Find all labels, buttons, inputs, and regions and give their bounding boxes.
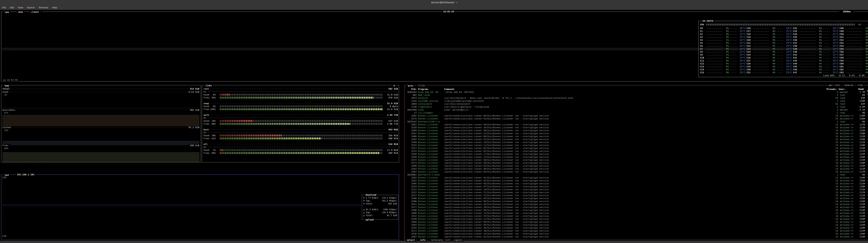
process-row[interactable]: 2508 Runner.Listener /work/runners/actio… — [406, 200, 868, 203]
process-row[interactable]: 2503 Runner.Listener /work/runners/actio… — [406, 223, 868, 226]
footer-select[interactable]: select ↕ — [406, 239, 418, 241]
refresh-decrease-button[interactable]: - — [839, 10, 840, 13]
process-row[interactable]: 2532 Runner.Listener /work/runners/actio… — [406, 215, 868, 217]
core-usage-graph — [799, 40, 816, 41]
menu-edit[interactable]: Edit — [10, 6, 14, 9]
process-row[interactable]: 2547 Runner.Listener /work/runners/actio… — [406, 132, 868, 135]
process-row[interactable]: 2530 Runner.Listener /work/runners/actio… — [406, 217, 868, 220]
sort-prev-icon[interactable]: < — [867, 84, 868, 86]
menu-view[interactable]: View — [18, 6, 23, 9]
process-row[interactable]: 2577 Runner.Listener /work/runners/actio… — [406, 206, 868, 209]
core-percent: 0% — [863, 59, 868, 62]
menu-search[interactable]: Search — [27, 6, 35, 9]
footer-terminate[interactable]: terminate — [430, 239, 444, 241]
process-row[interactable]: 2572 Runner.Listener /work/runners/actio… — [406, 158, 868, 161]
core-percent: 0% — [723, 48, 729, 50]
process-row[interactable]: 2543 Runner.Listener /work/runners/actio… — [406, 167, 868, 170]
process-row[interactable]: 1969 containerd /usr/bin/containerd 52 r… — [406, 102, 868, 105]
process-row[interactable]: 2573 Runner.Listener /work/runners/actio… — [406, 161, 868, 164]
process-row[interactable]: 1736 irqbalance /usr/sbin/irqbalance --f… — [406, 105, 868, 108]
process-row[interactable]: 982 md0_raid1 1 root 0B 0.0 — [406, 94, 868, 96]
header-user[interactable]: User: — [839, 88, 855, 91]
process-row[interactable]: 3662908 sshd sshd: werner@pts/1 1 werner… — [406, 108, 868, 111]
process-row[interactable]: 2507 Runner.Listener /work/runners/actio… — [406, 170, 868, 173]
process-row[interactable]: 2520 Runner.Listener /work/runners/actio… — [406, 126, 868, 129]
refresh-increase-button[interactable]: + — [853, 10, 855, 13]
footer-signals[interactable]: signals — [452, 239, 464, 241]
process-row[interactable]: 2587 Runner.Listener /work/runners/actio… — [406, 138, 868, 141]
process-row[interactable]: 2552 Runner.Listener /work/runners/actio… — [406, 179, 868, 182]
cpu-core-row: C58 0% 23°C — [839, 56, 868, 59]
process-row[interactable]: 2521 Runner.Listener /work/runners/actio… — [406, 188, 868, 191]
menu-file[interactable]: File — [2, 6, 6, 9]
net-stat-value: (91.5 Mibps) — [382, 200, 397, 202]
process-row[interactable]: 2550 Runner.Listener /work/runners/actio… — [406, 153, 868, 155]
network-interface-ip[interactable]: 192.168.1.101 — [16, 173, 35, 176]
process-row[interactable]: 2524 Runner.Listener /work/runners/actio… — [406, 185, 868, 188]
process-row[interactable]: 2496 Runner.Listener /work/runners/actio… — [406, 135, 868, 138]
proc-reverse-toggle[interactable]: reverse — [843, 84, 854, 87]
header-threads[interactable]: Threads: — [825, 88, 837, 91]
process-row[interactable]: 2590 Runner.Listener /work/runners/actio… — [406, 164, 868, 167]
process-row[interactable]: 2528 Runner.Listener /work/runners/actio… — [406, 155, 868, 158]
process-mem: 112M — [856, 182, 865, 185]
process-row[interactable]: 2498 Runner.Listener /work/runners/actio… — [406, 212, 868, 215]
process-row[interactable]: 1155 systemd-journal /lib/systemd/system… — [406, 99, 868, 102]
process-row[interactable]: 2555 Runner.Listener /work/runners/actio… — [406, 226, 868, 229]
process-row[interactable]: 2522 Runner.Listener /work/runners/actio… — [406, 191, 868, 194]
process-row[interactable]: 2549 Runner.Listener /work/runners/actio… — [406, 141, 868, 144]
process-row[interactable]: 2505 Runner.Listener /work/runners/actio… — [406, 182, 868, 185]
process-row[interactable]: 2581 Runner.Listener /work/runners/actio… — [406, 123, 868, 126]
process-row[interactable]: 2586 Runner.Listener /work/runners/actio… — [406, 209, 868, 212]
process-row[interactable]: 17 rcu_preempt 1 root 0B 0.0 — [406, 111, 868, 114]
process-row[interactable]: 3629242 kworker/u128:1-e 1 root 0B 0.0 — [406, 120, 868, 123]
process-row[interactable]: 2517 Runner.Listener /work/runners/actio… — [406, 147, 868, 150]
process-row[interactable]: 2569 Runner.Listener /work/runners/actio… — [406, 129, 868, 132]
header-pid[interactable]: Pid: — [406, 88, 416, 91]
process-command: /work/runners/actions-runner-55/bin/Runn… — [444, 117, 826, 120]
process-pid: 2574 — [406, 150, 416, 153]
footer-kill[interactable]: kill — [444, 239, 452, 241]
process-row[interactable]: 3689164 btop-x86_64--85 ./btop-x86_64--8… — [406, 91, 868, 94]
process-row[interactable]: 2494 Runner.Listener /work/runners/actio… — [406, 220, 868, 223]
proc-filter-button[interactable]: filter — [416, 84, 427, 87]
process-threads: 15 — [826, 164, 838, 167]
process-cpu-minigraph — [866, 112, 868, 113]
process-row[interactable]: 2565 Runner.Listener /work/runners/actio… — [406, 114, 868, 117]
header-memb[interactable]: MemB — [855, 88, 864, 91]
cpu-core-row: C24 0% 22°C — [746, 50, 792, 53]
process-row[interactable]: 2546 Runner.Listener /work/runners/actio… — [406, 197, 868, 200]
process-row[interactable]: 3620881 kworker/0:1-even 1 root 0B 0.0 — [406, 173, 868, 176]
process-row[interactable]: 2551 Runner.Listener /work/runners/actio… — [406, 203, 868, 206]
tab-menu[interactable]: menu — [17, 10, 24, 13]
menu-help[interactable]: Help — [52, 6, 57, 9]
core-temp: 23°C — [831, 41, 838, 44]
core-usage-graph — [799, 49, 816, 50]
core-usage-graph — [706, 58, 723, 59]
process-row[interactable]: 2526 Runner.Listener /work/runners/actio… — [406, 232, 868, 235]
cpu-core-row: C0 0% 24°C — [699, 27, 746, 30]
proc-tree-toggle[interactable]: tree — [857, 84, 864, 87]
tab-preset[interactable]: preset * — [30, 10, 42, 13]
refresh-rate-value: 2000ms — [843, 10, 851, 13]
menu-terminal[interactable]: Terminal — [38, 6, 48, 9]
process-row[interactable]: 2542 Runner.Listener /work/runners/actio… — [406, 176, 868, 179]
tab-cpu[interactable]: 1cpu — [3, 10, 10, 13]
process-row[interactable]: 2515 Runner.Listener /work/runners/actio… — [406, 144, 868, 147]
header-program[interactable]: Program: — [418, 88, 442, 91]
process-row[interactable]: 2574 Runner.Listener /work/runners/actio… — [406, 150, 868, 153]
disks-io-toggle[interactable]: io — [392, 84, 396, 87]
disks-panel-title[interactable]: disks — [204, 84, 213, 87]
process-row[interactable]: 2571 Runner.Listener /work/runners/actio… — [406, 229, 868, 232]
footer-info[interactable]: info ↵ — [419, 239, 429, 241]
proc-percore-toggle[interactable]: per-core — [828, 84, 840, 87]
process-program: rcu_preempt — [418, 111, 442, 114]
process-row[interactable]: 2561 Runner.Listener /work/runners/actio… — [406, 235, 868, 238]
memory-panel-title[interactable]: 2mem — [3, 84, 10, 87]
process-row[interactable]: 2575 Runner.Listener /work/runners/actio… — [406, 117, 868, 120]
process-row[interactable]: 2974 dockerd /usr/bin/dockerd --data-roo… — [406, 96, 868, 99]
process-row[interactable]: 2527 Runner.Listener /work/runners/actio… — [406, 194, 868, 197]
mem-cached-value: 92.1 GiB — [188, 126, 199, 129]
header-command[interactable]: Command: — [444, 88, 825, 91]
process-panel-title[interactable]: 4proc — [406, 84, 414, 87]
